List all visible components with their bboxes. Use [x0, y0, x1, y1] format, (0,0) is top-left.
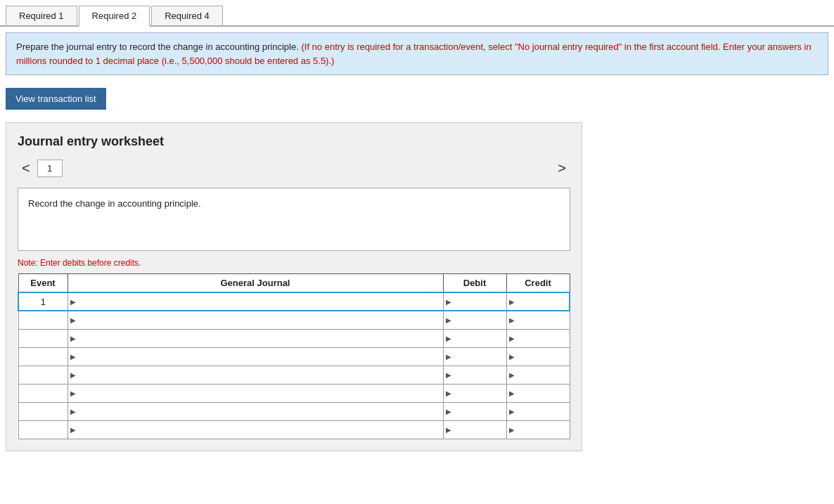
table-row-debit-6[interactable]: ▶ [443, 402, 506, 420]
table-row-debit-2[interactable]: ▶ [443, 329, 506, 347]
description-text: Record the change in accounting principl… [28, 198, 201, 209]
instruction-box: Prepare the journal entry to record the … [6, 32, 828, 75]
tab-required1[interactable]: Required 1 [6, 6, 77, 25]
table-row-event-2 [18, 329, 68, 347]
table-row-credit-2[interactable]: ▶ [506, 329, 570, 347]
worksheet-title: Journal entry worksheet [18, 134, 570, 149]
table-row-journal-5[interactable]: ▶ [68, 384, 443, 402]
debit-input-6[interactable] [444, 405, 506, 418]
debit-input-2[interactable] [444, 332, 506, 345]
table-row-credit-7[interactable]: ▶ [506, 420, 570, 439]
journal-input-0[interactable] [68, 295, 443, 309]
journal-input-1[interactable] [68, 314, 443, 327]
col-header-event: Event [18, 274, 68, 293]
credit-input-6[interactable] [507, 405, 570, 418]
col-header-credit: Credit [506, 274, 570, 293]
credit-input-1[interactable] [507, 314, 570, 327]
credit-input-5[interactable] [507, 387, 570, 400]
table-row-event-4 [18, 366, 68, 384]
table-row-journal-0[interactable]: ▶ [68, 292, 443, 311]
debit-input-0[interactable] [444, 295, 506, 309]
table-row-event-1 [18, 311, 68, 329]
navigation-row: < 1 > [18, 159, 570, 178]
journal-input-4[interactable] [68, 368, 443, 382]
table-row-credit-3[interactable]: ▶ [506, 347, 570, 366]
table-row-journal-7[interactable]: ▶ [68, 420, 443, 439]
table-row-event-6 [18, 402, 68, 420]
table-row-event-7 [18, 420, 68, 439]
debit-input-4[interactable] [444, 368, 506, 382]
journal-table: Event General Journal Debit Credit 1▶▶▶▶… [18, 273, 570, 439]
credit-input-0[interactable] [507, 295, 570, 309]
tab-required2[interactable]: Required 2 [79, 6, 150, 27]
journal-input-2[interactable] [68, 332, 443, 345]
credit-input-4[interactable] [507, 368, 570, 382]
tabs-bar: Required 1 Required 2 Required 4 [0, 0, 834, 27]
table-row-debit-3[interactable]: ▶ [443, 347, 506, 366]
table-row-journal-1[interactable]: ▶ [68, 311, 443, 329]
table-row-debit-1[interactable]: ▶ [443, 311, 506, 329]
note-text: Note: Enter debits before credits. [18, 258, 570, 268]
journal-input-6[interactable] [68, 405, 443, 418]
debit-input-3[interactable] [444, 350, 506, 363]
instruction-main-text: Prepare the journal entry to record the … [16, 41, 299, 52]
table-row-event-5 [18, 384, 68, 402]
table-row-debit-5[interactable]: ▶ [443, 384, 506, 402]
tab-required4[interactable]: Required 4 [151, 6, 223, 25]
table-row-debit-4[interactable]: ▶ [443, 366, 506, 384]
journal-input-7[interactable] [68, 423, 443, 437]
table-row-event-0: 1 [18, 292, 68, 311]
debit-input-5[interactable] [444, 387, 506, 400]
table-row-credit-0[interactable]: ▶ [506, 292, 570, 311]
table-row-event-3 [18, 347, 68, 366]
table-row-journal-3[interactable]: ▶ [68, 347, 443, 366]
credit-input-2[interactable] [507, 332, 570, 345]
prev-page-button[interactable]: < [18, 159, 34, 178]
table-row-debit-0[interactable]: ▶ [443, 292, 506, 311]
view-transaction-list-button[interactable]: View transaction list [6, 88, 106, 110]
worksheet-container: Journal entry worksheet < 1 > Record the… [6, 122, 582, 451]
table-row-journal-2[interactable]: ▶ [68, 329, 443, 347]
table-row-debit-7[interactable]: ▶ [443, 420, 506, 439]
credit-input-3[interactable] [507, 350, 570, 363]
page-number-box: 1 [37, 160, 63, 177]
next-page-button[interactable]: > [553, 159, 570, 178]
journal-input-3[interactable] [68, 350, 443, 363]
debit-input-1[interactable] [444, 314, 506, 327]
credit-input-7[interactable] [507, 423, 570, 437]
col-header-general-journal: General Journal [68, 274, 443, 293]
table-row-journal-4[interactable]: ▶ [68, 366, 443, 384]
table-row-credit-6[interactable]: ▶ [506, 402, 570, 420]
journal-input-5[interactable] [68, 387, 443, 400]
description-box: Record the change in accounting principl… [18, 188, 570, 251]
table-row-credit-5[interactable]: ▶ [506, 384, 570, 402]
col-header-debit: Debit [443, 274, 506, 293]
table-row-journal-6[interactable]: ▶ [68, 402, 443, 420]
table-row-credit-1[interactable]: ▶ [506, 311, 570, 329]
table-row-credit-4[interactable]: ▶ [506, 366, 570, 384]
debit-input-7[interactable] [444, 423, 506, 437]
